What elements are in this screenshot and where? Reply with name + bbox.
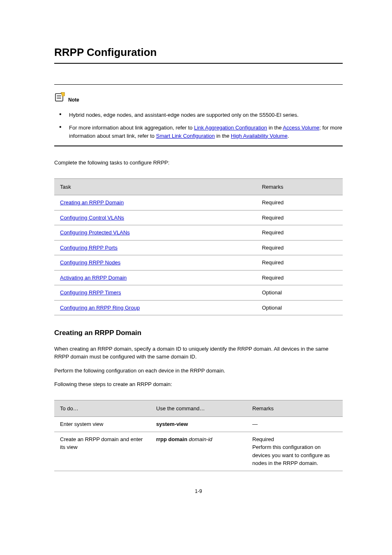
- task-remarks: Required: [256, 255, 343, 271]
- link-smart-link[interactable]: Smart Link Configuration: [156, 133, 215, 139]
- title-rule: [54, 63, 343, 64]
- col-header-todo: To do…: [54, 400, 150, 417]
- table-row: Configuring RRPP PortsRequired: [54, 240, 343, 255]
- link-access-volume[interactable]: Access Volume: [283, 125, 319, 131]
- section-paragraph: When creating an RRPP domain, specify a …: [54, 345, 343, 361]
- step-remarks: Required Perform this configuration on d…: [247, 432, 343, 471]
- tasks-table: Task Remarks Creating an RRPP DomainRequ…: [54, 178, 343, 316]
- task-link[interactable]: Configuring RRPP Nodes: [60, 259, 120, 266]
- note-bullet-list: Hybrid nodes, edge nodes, and assistant-…: [54, 111, 343, 140]
- step-remarks: —: [247, 417, 343, 432]
- steps-table: To do… Use the command… Remarks Enter sy…: [54, 400, 343, 471]
- task-remarks: Required: [256, 240, 343, 255]
- note-label: Note: [68, 93, 79, 104]
- section-paragraph: Perform the following configuration on e…: [54, 367, 343, 375]
- step-todo: Enter system view: [54, 417, 150, 432]
- note-header: Note: [54, 91, 343, 105]
- step-command: rrpp domain domain-id: [150, 432, 247, 471]
- task-remarks: Required: [256, 225, 343, 240]
- col-header-task: Task: [54, 178, 256, 195]
- task-remarks: Required: [256, 195, 343, 210]
- col-header-remarks: Remarks: [256, 178, 343, 195]
- note-text: .: [288, 133, 289, 139]
- task-remarks: Optional: [256, 285, 343, 301]
- task-link[interactable]: Activating an RRPP Domain: [60, 275, 127, 281]
- note-icon: [54, 91, 66, 105]
- table-row: Activating an RRPP DomainRequired: [54, 270, 343, 285]
- note-rule-top: [54, 84, 343, 85]
- section-paragraph: Following these steps to create an RRPP …: [54, 380, 343, 388]
- note-text: in the: [215, 133, 231, 139]
- task-remarks: Required: [256, 210, 343, 225]
- task-link[interactable]: Creating an RRPP Domain: [60, 199, 124, 206]
- table-row: Enter system view system-view —: [54, 417, 343, 432]
- note-text: For more information about link aggregat…: [69, 125, 194, 131]
- step-todo: Create an RRPP domain and enter its view: [54, 432, 150, 471]
- link-high-availability-volume[interactable]: High Availability Volume: [231, 133, 288, 139]
- task-link[interactable]: Configuring Control VLANs: [60, 215, 124, 221]
- task-remarks: Required: [256, 270, 343, 285]
- col-header-remarks: Remarks: [247, 400, 343, 417]
- note-rule-bottom: [54, 146, 343, 146]
- table-row: Configuring RRPP NodesRequired: [54, 255, 343, 271]
- table-row: Configuring Control VLANsRequired: [54, 210, 343, 225]
- table-row: Create an RRPP domain and enter its view…: [54, 432, 343, 471]
- table-row: Configuring RRPP TimersOptional: [54, 285, 343, 301]
- note-bullet: For more information about link aggregat…: [58, 124, 343, 140]
- link-link-aggregation[interactable]: Link Aggregation Configuration: [194, 125, 267, 131]
- task-link[interactable]: Configuring an RRPP Ring Group: [60, 305, 140, 311]
- table-row: Creating an RRPP DomainRequired: [54, 195, 343, 210]
- task-link[interactable]: Configuring Protected VLANs: [60, 229, 130, 236]
- task-link[interactable]: Configuring RRPP Timers: [60, 289, 121, 296]
- table-row: Configuring Protected VLANsRequired: [54, 225, 343, 240]
- note-bullet: Hybrid nodes, edge nodes, and assistant-…: [58, 111, 343, 119]
- section-heading-create-domain: Creating an RRPP Domain: [54, 328, 343, 338]
- task-link[interactable]: Configuring RRPP Ports: [60, 245, 118, 251]
- note-box: Note Hybrid nodes, edge nodes, and assis…: [54, 84, 343, 146]
- task-remarks: Optional: [256, 300, 343, 315]
- table-row: Configuring an RRPP Ring GroupOptional: [54, 300, 343, 315]
- tasks-lead: Complete the following tasks to configur…: [54, 159, 343, 167]
- page-number: 1-9: [54, 488, 343, 495]
- page-title: RRPP Configuration: [54, 44, 343, 60]
- col-header-command: Use the command…: [150, 400, 247, 417]
- step-command: system-view: [150, 417, 247, 432]
- note-text: in the: [267, 125, 283, 131]
